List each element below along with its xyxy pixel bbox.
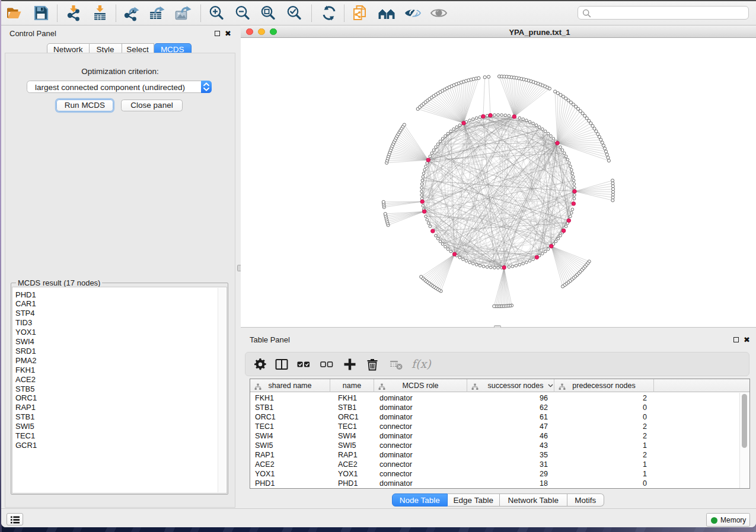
column-header-label: shared name — [269, 382, 312, 390]
node-table-row-TEC1[interactable]: TEC1TEC1connector472 — [250, 422, 736, 431]
mcds-result-item[interactable]: ACE2 — [15, 375, 36, 384]
deselect-all-rows-icon[interactable] — [320, 357, 334, 371]
add-column-icon[interactable] — [343, 357, 357, 371]
mcds-result-item[interactable]: SWI5 — [15, 422, 34, 431]
open-session-icon[interactable] — [5, 4, 23, 22]
cell-name: RAP1 — [338, 451, 358, 459]
mcds-result-item[interactable]: FKH1 — [15, 366, 35, 375]
cell-name: TEC1 — [338, 422, 357, 431]
refresh-icon[interactable] — [320, 4, 338, 22]
import-network-icon[interactable] — [65, 4, 83, 22]
control-panel-title: Control Panel — [9, 29, 56, 38]
select-all-rows-icon[interactable] — [296, 357, 311, 371]
node-table-row-ACE2[interactable]: ACE2ACE2connector311 — [250, 460, 736, 469]
network-window-titlebar: YPA_prune.txt_1 — [241, 25, 756, 38]
mcds-result-item[interactable]: YOX1 — [15, 328, 36, 337]
column-header-shared_name[interactable]: shared name — [250, 379, 330, 392]
cell-predecessor-nodes: 0 — [611, 403, 647, 412]
cell-successor-nodes: 43 — [512, 441, 548, 450]
optimization-criterion-select[interactable]: largest connected component (undirected) — [27, 81, 212, 93]
column-header-name[interactable]: name — [330, 379, 374, 392]
mcds-result-item[interactable]: STB5 — [15, 384, 35, 394]
cell-name: YOX1 — [338, 470, 358, 478]
zoom-selected-icon[interactable] — [285, 4, 303, 22]
cell-predecessor-nodes: 2 — [611, 394, 647, 402]
mcds-list-scrollbar[interactable] — [218, 288, 226, 492]
mcds-result-item[interactable]: ORC1 — [15, 393, 37, 403]
export-network-icon[interactable] — [122, 4, 140, 22]
node-table-header: shared namenameMCDS rolesuccessor nodesp… — [250, 379, 749, 392]
mcds-result-item[interactable]: GCR1 — [15, 441, 37, 450]
column-header-successor_nodes[interactable]: successor nodes — [467, 379, 554, 392]
first-neighbors-icon[interactable] — [378, 4, 395, 22]
mcds-result-item[interactable]: SRD1 — [15, 347, 36, 356]
export-image-icon[interactable] — [174, 4, 192, 22]
svg-text:f(x): f(x) — [412, 357, 432, 370]
column-header-mcds_role[interactable]: MCDS role — [374, 379, 467, 392]
hide-selected-icon[interactable] — [404, 4, 422, 22]
mcds-result-item[interactable]: STB1 — [15, 412, 35, 422]
mcds-result-item[interactable]: TID3 — [15, 318, 32, 328]
node-table-scrollbar-thumb[interactable] — [742, 394, 747, 448]
show-column-panel-icon[interactable] — [275, 357, 289, 371]
clone-network-icon[interactable] — [352, 4, 369, 22]
control-panel-close-icon[interactable]: ✖ — [225, 30, 231, 37]
table-panel-float-icon[interactable] — [733, 337, 739, 342]
save-session-icon[interactable] — [32, 4, 50, 22]
delete-column-icon[interactable] — [365, 357, 379, 371]
zoom-fit-icon[interactable] — [259, 4, 277, 22]
table-panel-close-icon[interactable]: ✖ — [744, 336, 750, 343]
node-table-row-ORC1[interactable]: ORC1ORC1dominator610 — [250, 412, 736, 422]
node-table-row-SWI5[interactable]: SWI5SWI5connector431 — [250, 441, 736, 450]
cell-successor-nodes: 29 — [512, 470, 548, 478]
table-tab-edge-table[interactable]: Edge Table — [448, 493, 500, 507]
zoom-in-icon[interactable] — [208, 4, 225, 22]
show-all-icon[interactable] — [430, 4, 448, 22]
cell-predecessor-nodes: 2 — [611, 451, 647, 459]
cell-shared-name: SWI5 — [255, 441, 273, 450]
mcds-result-item[interactable]: PMA2 — [15, 356, 36, 366]
cell-shared-name: ACE2 — [255, 460, 275, 469]
table-tab-node-table[interactable]: Node Table — [392, 493, 448, 507]
mcds-result-legend: MCDS result (17 nodes) — [16, 278, 102, 287]
mcds-result-item[interactable]: RAP1 — [15, 403, 36, 412]
table-tab-network-table[interactable]: Network Table — [500, 493, 567, 507]
mcds-result-list[interactable]: PHD1CAR1STP4TID3YOX1SWI4SRD1PMA2FKH1ACE2… — [12, 287, 227, 493]
zoom-out-icon[interactable] — [234, 4, 251, 22]
run-mcds-button[interactable]: Run MCDS — [56, 100, 113, 111]
node-table-scrollbar[interactable] — [739, 393, 749, 488]
table-tab-motifs[interactable]: Motifs — [567, 493, 605, 507]
import-table-icon[interactable] — [91, 4, 109, 22]
node-table-row-STB1[interactable]: STB1STB1dominator620 — [250, 403, 736, 412]
table-panel-title: Table Panel — [250, 335, 290, 344]
node-table-row-YOX1[interactable]: YOX1YOX1connector291 — [250, 469, 736, 479]
cell-name: FKH1 — [338, 394, 357, 402]
list-icon — [11, 516, 20, 524]
network-canvas[interactable] — [241, 38, 756, 328]
table-options-gear-icon[interactable] — [253, 357, 267, 371]
memory-button[interactable]: Memory — [706, 513, 750, 527]
mcds-result-item[interactable]: CAR1 — [15, 299, 36, 309]
function-builder-icon: f(x) — [410, 357, 434, 371]
mcds-result-item[interactable]: TEC1 — [15, 431, 35, 441]
search-input[interactable] — [594, 7, 747, 20]
cell-mcds-role: connector — [379, 460, 412, 469]
control-panel-float-icon[interactable] — [215, 31, 220, 36]
node-table-row-PHD1[interactable]: PHD1PHD1dominator180 — [250, 479, 736, 488]
toolbar-separator — [311, 5, 312, 22]
node-table-row-RAP1[interactable]: RAP1RAP1dominator352 — [250, 450, 736, 460]
mcds-result-item[interactable]: PHD1 — [15, 290, 36, 300]
column-header-predecessor_nodes[interactable]: predecessor nodes — [554, 379, 654, 392]
export-table-icon[interactable] — [148, 4, 165, 22]
mcds-result-item[interactable]: STP4 — [15, 309, 35, 318]
mcds-result-item[interactable]: SWI4 — [15, 337, 34, 347]
column-header-label: MCDS role — [402, 382, 438, 390]
close-panel-button[interactable]: Close panel — [121, 100, 183, 111]
control-panel: Control Panel ✖ NetworkStyleSelectMCDS O… — [1, 25, 240, 508]
status-menu-button[interactable] — [7, 513, 23, 525]
search-box[interactable] — [578, 6, 749, 20]
cell-name: PHD1 — [338, 479, 358, 488]
cell-shared-name: TEC1 — [255, 422, 274, 431]
node-table-row-SWI4[interactable]: SWI4SWI4dominator462 — [250, 431, 736, 441]
node-table-row-FKH1[interactable]: FKH1FKH1dominator962 — [250, 393, 736, 403]
